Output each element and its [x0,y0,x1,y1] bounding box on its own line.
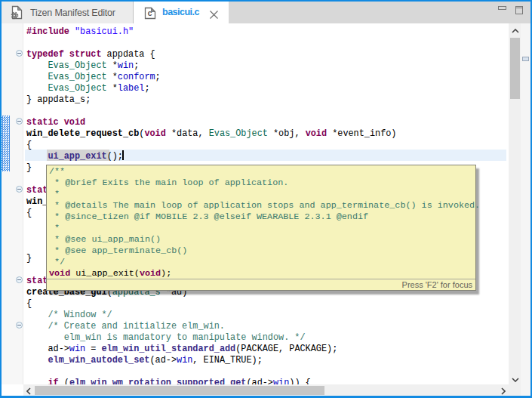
svg-text:c: c [148,9,152,18]
